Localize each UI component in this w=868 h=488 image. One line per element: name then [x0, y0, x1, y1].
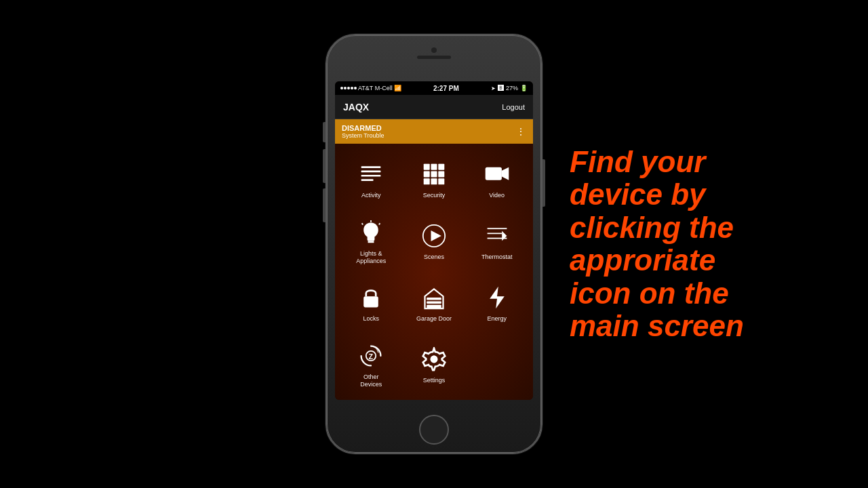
svg-rect-29: [427, 305, 441, 308]
status-bar: AT&T M-Cell 📶 2:27 PM ➤ 🅱 27% 🔋: [335, 81, 533, 95]
svg-rect-12: [438, 178, 444, 184]
svg-marker-24: [502, 231, 507, 241]
svg-rect-10: [424, 178, 430, 184]
svg-text:Z: Z: [369, 352, 374, 360]
scenes-icon: [419, 221, 449, 251]
other-devices-icon: Z: [356, 341, 386, 371]
svg-point-26: [370, 300, 373, 304]
signal-strength: [340, 87, 357, 89]
time-label: 2:27 PM: [433, 85, 459, 92]
promo-line6: main screen: [570, 309, 744, 342]
earpiece-speaker: [417, 56, 451, 59]
security-icon: [419, 159, 449, 189]
svg-rect-28: [427, 301, 441, 304]
svg-rect-5: [431, 164, 437, 170]
alert-status: DISARMED: [342, 124, 384, 132]
locks-button[interactable]: Locks: [340, 272, 402, 333]
svg-point-34: [431, 356, 438, 363]
bluetooth-icon: 🅱: [498, 85, 504, 92]
logout-button[interactable]: Logout: [502, 103, 525, 111]
energy-label: Energy: [487, 315, 507, 323]
scenes-button[interactable]: Scenes: [403, 211, 465, 271]
locks-icon: [356, 283, 386, 312]
promo-text-block: Find your device by clicking the approri…: [570, 146, 827, 342]
svg-line-17: [362, 223, 363, 224]
alert-subtitle: System Trouble: [342, 132, 384, 139]
alert-menu-icon[interactable]: ⋮: [516, 126, 526, 137]
phone-notch-area: [417, 47, 451, 59]
svg-rect-0: [361, 166, 381, 168]
status-left: AT&T M-Cell 📶: [340, 85, 401, 92]
scenes-label: Scenes: [424, 253, 444, 261]
promo-line2: device by: [570, 178, 706, 211]
nav-bar: JAQX Logout: [335, 95, 533, 119]
svg-line-18: [379, 223, 380, 224]
battery-icon: 🔋: [520, 85, 528, 92]
svg-rect-8: [431, 171, 437, 178]
svg-rect-3: [361, 179, 374, 181]
volume-down-button[interactable]: [323, 188, 326, 222]
status-right: ➤ 🅱 27% 🔋: [491, 85, 528, 92]
volume-up-button[interactable]: [323, 149, 326, 183]
promo-line3: clicking the: [570, 211, 734, 244]
lights-label: Lights & Appliances: [356, 250, 386, 265]
promo-line4: approriate: [570, 243, 715, 277]
energy-button[interactable]: Energy: [466, 272, 528, 333]
video-label: Video: [489, 192, 505, 199]
svg-rect-6: [438, 164, 444, 170]
svg-marker-30: [490, 287, 505, 308]
app-grid: Activity Secu: [335, 144, 533, 400]
alert-banner[interactable]: DISARMED System Trouble ⋮: [335, 119, 533, 144]
thermostat-button[interactable]: Thermostat: [466, 211, 528, 271]
video-button[interactable]: Video: [466, 149, 528, 209]
activity-label: Activity: [361, 192, 381, 199]
activity-button[interactable]: Activity: [340, 149, 402, 209]
empty-cell: [466, 334, 528, 394]
svg-rect-4: [424, 164, 430, 170]
svg-marker-20: [431, 230, 441, 241]
home-button[interactable]: [419, 415, 449, 445]
svg-marker-14: [502, 167, 509, 180]
other-devices-label: Other Devices: [360, 373, 382, 388]
svg-rect-13: [485, 167, 501, 180]
energy-icon: [482, 283, 512, 312]
other-devices-button[interactable]: Z Other Devices: [340, 334, 402, 394]
lights-icon: [356, 218, 386, 247]
garage-label: Garage Door: [416, 315, 452, 323]
battery-label: 27%: [506, 85, 518, 92]
settings-label: Settings: [423, 377, 446, 384]
thermostat-icon: [482, 221, 512, 251]
mute-button[interactable]: [323, 122, 326, 142]
svg-rect-1: [361, 171, 381, 173]
promo-line5: icon on the: [570, 276, 729, 309]
svg-rect-11: [431, 178, 437, 184]
settings-icon: [419, 344, 449, 374]
garage-icon: [419, 283, 449, 312]
security-label: Security: [423, 192, 446, 199]
video-icon: [482, 159, 512, 189]
nav-title: JAQX: [343, 102, 369, 113]
garage-button[interactable]: Garage Door: [403, 272, 465, 333]
svg-rect-9: [438, 171, 444, 178]
phone-frame: AT&T M-Cell 📶 2:27 PM ➤ 🅱 27% 🔋 JAQX Log…: [326, 34, 542, 454]
power-button[interactable]: [542, 159, 545, 207]
svg-rect-7: [424, 171, 430, 178]
lights-button[interactable]: Lights & Appliances: [340, 211, 402, 271]
svg-rect-2: [361, 175, 381, 177]
front-camera: [431, 47, 437, 53]
svg-rect-15: [368, 241, 374, 243]
locks-label: Locks: [363, 315, 380, 323]
wifi-icon: 📶: [394, 85, 401, 92]
carrier-label: AT&T M-Cell: [358, 85, 393, 92]
thermostat-label: Thermostat: [481, 253, 513, 261]
alert-text-group: DISARMED System Trouble: [342, 124, 384, 139]
svg-rect-27: [427, 298, 441, 300]
phone-screen: AT&T M-Cell 📶 2:27 PM ➤ 🅱 27% 🔋 JAQX Log…: [335, 81, 533, 400]
settings-button[interactable]: Settings: [403, 334, 465, 394]
security-button[interactable]: Security: [403, 149, 465, 209]
activity-icon: [356, 159, 386, 189]
promo-line1: Find your: [570, 145, 705, 178]
location-icon: ➤: [491, 85, 496, 92]
